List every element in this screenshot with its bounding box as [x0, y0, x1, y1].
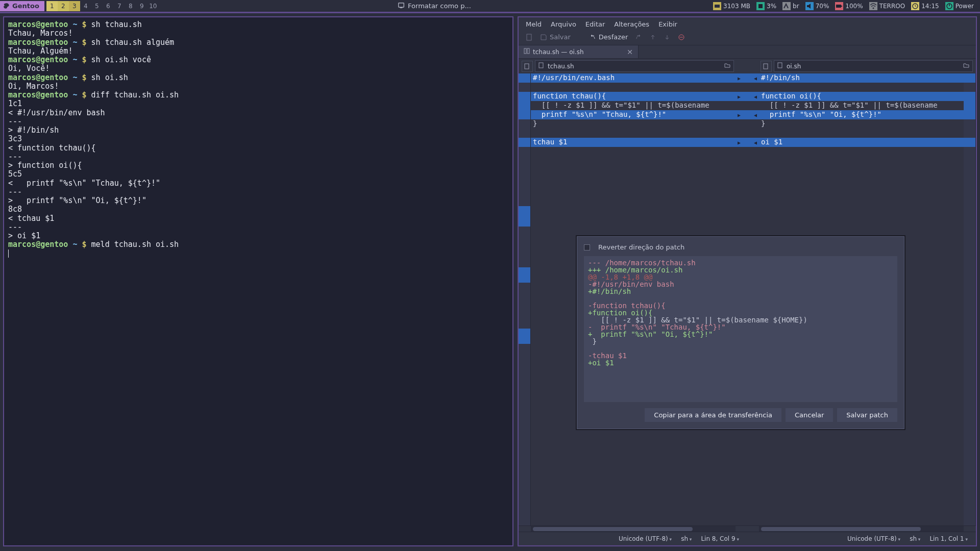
patch-line: + printf "%s\n" "Oi, ${t^}!": [588, 331, 893, 338]
left-file-field[interactable]: tchau.sh: [535, 60, 734, 72]
tray-keyboard[interactable]: br: [779, 1, 802, 11]
workspace-2[interactable]: 2: [58, 1, 69, 11]
save-icon: [540, 34, 547, 41]
code-line: tchau $1: [531, 138, 736, 147]
tray-ram[interactable]: 3103 MB: [710, 1, 753, 11]
code-line: [[ ! -z $1 ]] && t="$1" || t=$(basename: [531, 101, 736, 110]
encoding-dropdown[interactable]: Unicode (UTF-8): [847, 535, 900, 542]
save-patch-button[interactable]: Salvar patch: [837, 408, 897, 422]
workspace-7[interactable]: 7: [114, 1, 125, 11]
patch-preview-text[interactable]: --- /home/marcos/tchau.sh+++ /home/marco…: [584, 256, 897, 402]
undo-icon: [589, 34, 596, 41]
undo-button[interactable]: Desfazer: [589, 33, 628, 41]
menu-editar[interactable]: Editar: [585, 20, 605, 28]
document-tab[interactable]: tchau.sh — oi.sh ✕: [519, 45, 639, 58]
workspace-6[interactable]: 6: [103, 1, 114, 11]
redo-icon: [635, 34, 642, 41]
tray-volume[interactable]: 70%: [802, 1, 832, 11]
svg-rect-17: [764, 64, 768, 69]
svg-rect-18: [778, 63, 782, 68]
file-icon: [777, 62, 783, 70]
left-overview-gutter[interactable]: [519, 73, 531, 525]
patch-line: --- /home/marcos/tchau.sh: [588, 259, 893, 266]
patch-line: -tchau $1: [588, 352, 893, 359]
code-line: oi $1: [759, 138, 964, 147]
link-arrow[interactable]: ▶◀: [736, 73, 759, 83]
diff-icon: [524, 48, 530, 56]
prev-change-button[interactable]: [649, 34, 656, 41]
left-file-new-icon[interactable]: [522, 61, 533, 72]
toolbar-new[interactable]: [526, 34, 533, 41]
arrow-left-icon: ◀: [754, 140, 757, 145]
close-tab-button[interactable]: ✕: [627, 48, 633, 56]
prompt-line: marcos@gentoo ~ $ sh tchau.sh: [8, 20, 508, 29]
diff-area: #!/usr/bin/env.bashfunction tchau(){ [[ …: [519, 73, 976, 525]
patch-line: - printf "%s\n" "Tchau, ${t^}!": [588, 323, 893, 331]
link-arrow[interactable]: ▶◀: [736, 92, 759, 101]
toolbar: Salvar Desfazer: [519, 31, 976, 45]
patch-line: }: [588, 338, 893, 345]
tray-clock[interactable]: 14:15: [908, 1, 942, 11]
output-line: ---: [8, 188, 508, 196]
folder-open-icon[interactable]: [963, 62, 969, 70]
menu-exibir[interactable]: Exibir: [658, 20, 677, 28]
tray-battery[interactable]: 100%: [832, 1, 866, 11]
brand-badge[interactable]: Gentoo: [0, 1, 44, 11]
code-line: }: [759, 119, 964, 129]
output-line: Tchau, Marcos!: [8, 29, 508, 38]
code-line: printf "%s\n" "Oi, ${t^}!": [759, 110, 964, 119]
encoding-dropdown[interactable]: Unicode (UTF-8): [619, 535, 672, 542]
right-file-new-icon[interactable]: [761, 61, 772, 72]
stop-button[interactable]: [678, 34, 685, 41]
cursor-pos-dropdown[interactable]: Lin 1, Col 1: [929, 535, 968, 542]
arrow-right-icon: ▶: [738, 76, 741, 81]
patch-line: @@ -1,8 +1,8 @@: [588, 273, 893, 281]
cursor-pos-dropdown[interactable]: Lin 8, Col 9: [701, 535, 739, 542]
menu-meld[interactable]: Meld: [526, 20, 542, 28]
language-dropdown[interactable]: sh: [681, 535, 692, 542]
workspace-5[interactable]: 5: [91, 1, 103, 11]
tray-power[interactable]: Power: [942, 1, 977, 11]
link-arrow[interactable]: ▶◀: [736, 110, 759, 119]
workspace-9[interactable]: 9: [136, 1, 148, 11]
output-line: > #!/bin/sh: [8, 126, 508, 135]
workspace-1[interactable]: 1: [46, 1, 58, 11]
code-line: }: [531, 119, 736, 129]
left-hscroll[interactable]: [531, 525, 736, 532]
patch-dialog: Reverter direção do patch --- /home/marc…: [576, 235, 905, 430]
redo-button[interactable]: [635, 34, 642, 41]
link-arrow[interactable]: ▶◀: [736, 138, 759, 147]
right-file-field[interactable]: oi.sh: [774, 60, 973, 72]
save-button[interactable]: Salvar: [540, 33, 571, 41]
tray-cpu[interactable]: 3%: [753, 1, 779, 11]
terminal-pane[interactable]: marcos@gentoo ~ $ sh tchau.shTchau, Marc…: [3, 16, 513, 546]
output-line: Oi, Você!: [8, 64, 508, 73]
workspace-4[interactable]: 4: [80, 1, 91, 11]
folder-open-icon[interactable]: [724, 62, 730, 70]
keyboard-icon: [782, 2, 791, 10]
output-line: ---: [8, 153, 508, 161]
prompt-line: marcos@gentoo ~ $ sh oi.sh você: [8, 56, 508, 64]
menu-arquivo[interactable]: Arquivo: [551, 20, 576, 28]
workspace-10[interactable]: 10: [148, 1, 159, 11]
svg-rect-1: [400, 8, 403, 8]
reverse-direction-checkbox[interactable]: Reverter direção do patch: [584, 243, 897, 251]
language-dropdown[interactable]: sh: [910, 535, 920, 542]
power-icon: [945, 2, 953, 10]
code-line: [531, 83, 736, 92]
menubar: MeldArquivoEditarAlteraçõesExibir: [519, 17, 976, 31]
workspace-3[interactable]: 3: [69, 1, 80, 11]
right-overview-gutter[interactable]: [964, 73, 976, 525]
svg-rect-15: [525, 64, 529, 69]
statusbar-right: Unicode (UTF-8) sh Lin 1, Col 1: [747, 532, 976, 545]
output-line: 1c1: [8, 99, 508, 108]
menu-alterações[interactable]: Alterações: [614, 20, 649, 28]
next-change-button[interactable]: [664, 34, 671, 41]
tray-wifi[interactable]: TERROO: [866, 1, 908, 11]
copy-clipboard-button[interactable]: Copiar para a área de transferência: [645, 408, 781, 422]
workspace-8[interactable]: 8: [125, 1, 136, 11]
clock-icon: [911, 2, 919, 10]
code-line: printf "%s\n" "Tchau, ${t^}!": [531, 110, 736, 119]
cancel-button[interactable]: Cancelar: [786, 408, 833, 422]
right-hscroll[interactable]: [759, 525, 964, 532]
